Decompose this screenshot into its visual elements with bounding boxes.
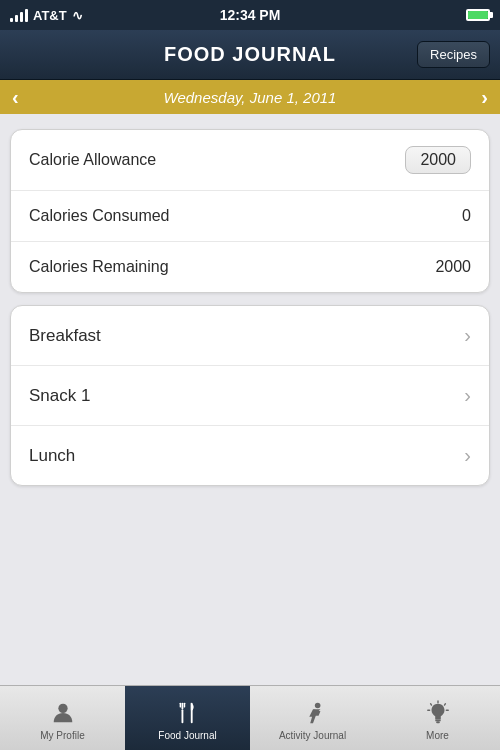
battery-fill xyxy=(468,11,488,19)
svg-rect-4 xyxy=(183,703,184,708)
date-label: Wednesday, June 1, 2011 xyxy=(164,89,337,106)
snack1-chevron-icon: › xyxy=(464,384,471,407)
page-title: FOOD JOURNAL xyxy=(164,43,336,66)
carrier-label: AT&T xyxy=(33,8,67,23)
svg-rect-8 xyxy=(436,721,440,723)
tab-activity-journal[interactable]: Activity Journal xyxy=(250,686,375,750)
tab-more-label: More xyxy=(426,730,449,741)
wifi-icon: ∿ xyxy=(72,8,83,23)
breakfast-label: Breakfast xyxy=(29,326,101,346)
calorie-allowance-row: Calorie Allowance 2000 xyxy=(11,130,489,191)
lunch-label: Lunch xyxy=(29,446,75,466)
calories-consumed-row: Calories Consumed 0 xyxy=(11,191,489,242)
calories-remaining-value: 2000 xyxy=(435,258,471,276)
lunch-row[interactable]: Lunch › xyxy=(11,426,489,485)
tab-food-journal-label: Food Journal xyxy=(158,730,216,741)
status-bar: AT&T ∿ 12:34 PM xyxy=(0,0,500,30)
tab-my-profile-label: My Profile xyxy=(40,730,84,741)
svg-rect-7 xyxy=(435,720,441,722)
breakfast-chevron-icon: › xyxy=(464,324,471,347)
more-icon xyxy=(424,699,452,727)
svg-line-10 xyxy=(444,704,445,705)
calorie-allowance-value[interactable]: 2000 xyxy=(405,146,471,174)
calorie-allowance-label: Calorie Allowance xyxy=(29,151,156,169)
prev-date-button[interactable]: ‹ xyxy=(12,87,19,107)
main-content: Calorie Allowance 2000 Calories Consumed… xyxy=(0,114,500,685)
lunch-chevron-icon: › xyxy=(464,444,471,467)
food-journal-icon xyxy=(174,699,202,727)
svg-point-6 xyxy=(314,703,320,709)
recipes-button[interactable]: Recipes xyxy=(417,41,490,68)
header: FOOD JOURNAL Recipes xyxy=(0,30,500,80)
svg-rect-2 xyxy=(181,709,183,723)
status-time: 12:34 PM xyxy=(220,7,281,23)
svg-line-12 xyxy=(430,704,431,705)
status-left: AT&T ∿ xyxy=(10,8,83,23)
calories-remaining-row: Calories Remaining 2000 xyxy=(11,242,489,292)
tab-bar: My Profile Food Journal A xyxy=(0,685,500,750)
svg-rect-3 xyxy=(179,703,180,708)
date-nav: ‹ Wednesday, June 1, 2011 › xyxy=(0,80,500,114)
signal-bars-icon xyxy=(10,9,28,22)
breakfast-row[interactable]: Breakfast › xyxy=(11,306,489,366)
calories-consumed-value: 0 xyxy=(462,207,471,225)
status-right xyxy=(466,9,490,21)
battery-icon xyxy=(466,9,490,21)
calories-remaining-label: Calories Remaining xyxy=(29,258,169,276)
my-profile-icon xyxy=(49,699,77,727)
calorie-card: Calorie Allowance 2000 Calories Consumed… xyxy=(10,129,490,293)
snack1-label: Snack 1 xyxy=(29,386,90,406)
snack1-row[interactable]: Snack 1 › xyxy=(11,366,489,426)
tab-activity-journal-label: Activity Journal xyxy=(279,730,346,741)
svg-rect-1 xyxy=(181,703,183,710)
tab-food-journal[interactable]: Food Journal xyxy=(125,686,250,750)
meal-card: Breakfast › Snack 1 › Lunch › xyxy=(10,305,490,486)
calories-consumed-label: Calories Consumed xyxy=(29,207,170,225)
next-date-button[interactable]: › xyxy=(481,87,488,107)
activity-journal-icon xyxy=(299,699,327,727)
tab-more[interactable]: More xyxy=(375,686,500,750)
svg-point-0 xyxy=(58,704,67,713)
tab-my-profile[interactable]: My Profile xyxy=(0,686,125,750)
